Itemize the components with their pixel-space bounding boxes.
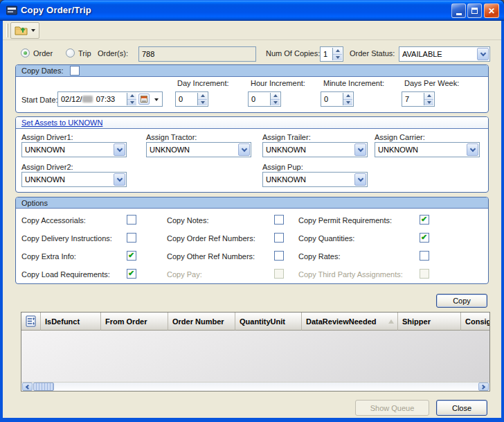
option-checkbox[interactable] xyxy=(274,251,284,261)
trailer-dropdown-button[interactable] xyxy=(354,143,366,156)
assign-carrier-label: Assign Carrier: xyxy=(375,133,425,141)
scroll-left-button[interactable] xyxy=(22,383,33,391)
option-checkbox[interactable] xyxy=(127,269,136,279)
num-copies-spin-buttons[interactable] xyxy=(332,48,342,60)
assign-driver1-label: Assign Driver1: xyxy=(21,133,73,141)
assign-carrier-select[interactable]: UNKNOWN xyxy=(375,142,480,157)
hour-increment-label: Hour Increment: xyxy=(251,79,305,87)
start-date-value: 02/12/ 07:33 xyxy=(61,95,115,103)
options-label: Options xyxy=(21,199,48,207)
horizontal-scrollbar[interactable] xyxy=(21,382,489,391)
day-spin-buttons[interactable] xyxy=(197,93,207,105)
column-header-order-number[interactable]: Order Number xyxy=(168,313,235,331)
days-per-week-value: 7 xyxy=(405,95,409,103)
driver2-dropdown-button[interactable] xyxy=(114,173,125,186)
spinner-up-icon xyxy=(427,94,431,97)
num-copies-stepper[interactable]: 1 xyxy=(320,46,343,62)
copy-dates-header: Copy Dates: xyxy=(16,65,488,77)
column-header-shipper[interactable]: Shipper xyxy=(398,313,461,331)
calendar-button[interactable] xyxy=(138,94,150,105)
dialog-client-area: Order Trip Order(s): 788 Num Of Copies: … xyxy=(3,21,501,418)
maximize-button[interactable] xyxy=(467,3,482,18)
column-header-datareviewneeded[interactable]: DataReviewNeeded xyxy=(302,313,398,331)
option-checkbox[interactable] xyxy=(420,215,429,225)
order-status-select[interactable]: AVAILABLE xyxy=(399,46,490,62)
close-button[interactable]: Close xyxy=(436,400,487,416)
order-radio[interactable] xyxy=(21,49,30,58)
option-checkbox[interactable] xyxy=(127,215,136,225)
grid-header-row: IsDefunct From Order Order Number Quanti… xyxy=(21,313,489,331)
assign-trailer-label: Assign Trailer: xyxy=(262,133,311,141)
trip-radio[interactable] xyxy=(66,49,75,58)
scroll-left-icon xyxy=(26,384,30,389)
assets-header: Set Assets to UKNOWN xyxy=(16,117,488,129)
option-label: Copy Order Ref Numbers: xyxy=(167,234,255,243)
sort-ascending-icon xyxy=(388,319,394,324)
column-header-quantityunit[interactable]: QuantityUnit xyxy=(235,313,302,331)
option-checkbox[interactable] xyxy=(420,251,429,261)
start-date-spin-buttons[interactable] xyxy=(127,93,136,105)
column-header-consignee[interactable]: Consig xyxy=(461,313,489,331)
new-copy-toolbar-button[interactable] xyxy=(10,22,39,39)
set-assets-link[interactable]: Set Assets to UKNOWN xyxy=(21,118,102,127)
option-label: Copy Third Party Assignments: xyxy=(298,270,403,279)
minute-increment-stepper[interactable]: 0 xyxy=(321,91,354,107)
toolbar-dropdown-caret-icon[interactable] xyxy=(31,29,35,32)
chevron-down-icon xyxy=(469,146,475,151)
assign-tractor-select[interactable]: UNKNOWN xyxy=(146,142,251,157)
column-header-isdefunct[interactable]: IsDefunct xyxy=(41,313,101,331)
assign-driver1-select[interactable]: UNKNOWN xyxy=(21,142,127,157)
spinner-up-icon xyxy=(201,94,205,97)
order-status-dropdown-button[interactable] xyxy=(477,48,489,60)
tractor-dropdown-button[interactable] xyxy=(238,143,250,156)
orders-label: Order(s): xyxy=(98,49,128,58)
trip-radio-label[interactable]: Trip xyxy=(78,49,91,58)
chevron-down-icon xyxy=(116,146,122,151)
option-checkbox[interactable] xyxy=(274,215,284,225)
option-label: Copy Quantities: xyxy=(298,234,354,243)
hour-increment-value: 0 xyxy=(251,95,255,103)
spinner-down-icon xyxy=(273,101,278,104)
app-icon xyxy=(6,5,17,16)
chevron-down-icon xyxy=(480,50,485,55)
option-checkbox[interactable] xyxy=(420,233,429,243)
grid-corner-cell[interactable] xyxy=(21,313,41,331)
assign-tractor-label: Assign Tractor: xyxy=(146,133,197,141)
dpw-spin-buttons[interactable] xyxy=(424,93,433,105)
assign-pup-select[interactable]: UNKNOWN xyxy=(262,172,368,187)
copy-dates-checkbox[interactable] xyxy=(70,66,80,76)
spinner-up-icon xyxy=(130,94,134,97)
date-dropdown-caret-icon[interactable] xyxy=(154,98,159,101)
orders-input[interactable]: 788 xyxy=(138,46,256,62)
carrier-dropdown-button[interactable] xyxy=(467,143,478,156)
toolbar-gripper[interactable] xyxy=(6,24,8,37)
order-radio-label[interactable]: Order xyxy=(33,49,53,58)
scrollbar-thumb[interactable] xyxy=(33,383,54,391)
spinner-down-icon xyxy=(130,101,134,104)
close-window-button[interactable]: ✕ xyxy=(484,3,499,18)
num-copies-label: Num Of Copies: xyxy=(266,49,320,58)
minimize-button[interactable] xyxy=(451,3,466,18)
chevron-down-icon xyxy=(357,175,363,181)
order-status-label: Order Status: xyxy=(350,49,395,58)
hour-spin-buttons[interactable] xyxy=(270,93,280,105)
scroll-right-button[interactable] xyxy=(478,383,489,391)
options-header: Options xyxy=(16,197,488,209)
start-date-input[interactable]: 02/12/ 07:33 xyxy=(57,91,163,107)
results-grid: IsDefunct From Order Order Number Quanti… xyxy=(21,312,490,392)
pup-dropdown-button[interactable] xyxy=(354,173,366,186)
option-checkbox[interactable] xyxy=(127,233,136,243)
copy-order-trip-window: Copy Order/Trip ✕ Order Trip Order(s): 7… xyxy=(0,0,504,422)
option-checkbox[interactable] xyxy=(127,251,136,261)
copy-button[interactable]: Copy xyxy=(436,294,487,308)
toolbar xyxy=(3,21,501,40)
day-increment-stepper[interactable]: 0 xyxy=(175,91,208,107)
hour-increment-stepper[interactable]: 0 xyxy=(248,91,281,107)
driver1-dropdown-button[interactable] xyxy=(114,143,125,156)
assign-driver2-select[interactable]: UNKNOWN xyxy=(21,172,127,187)
column-header-from-order[interactable]: From Order xyxy=(101,313,168,331)
minute-spin-buttons[interactable] xyxy=(343,93,352,105)
option-checkbox[interactable] xyxy=(274,233,284,243)
assign-trailer-select[interactable]: UNKNOWN xyxy=(262,142,368,157)
days-per-week-stepper[interactable]: 7 xyxy=(402,91,435,107)
